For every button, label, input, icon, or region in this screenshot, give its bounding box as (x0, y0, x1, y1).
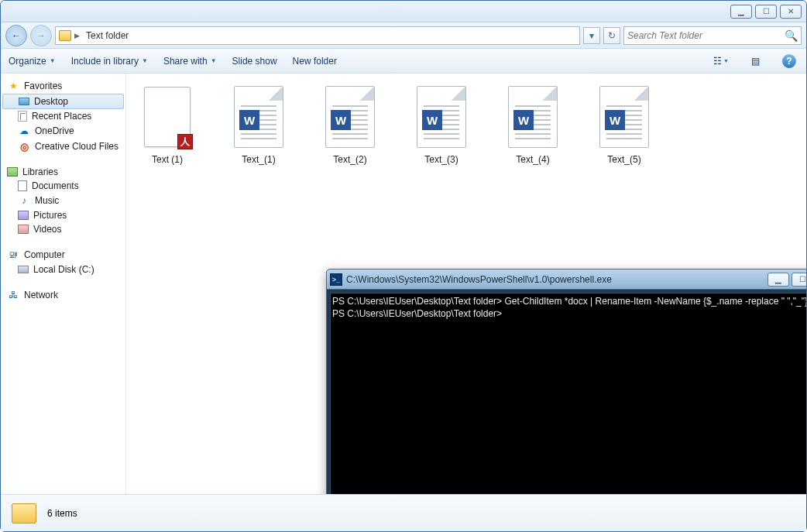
nav-creative-cloud[interactable]: ◎Creative Cloud Files (1, 139, 125, 154)
forward-button[interactable]: → (30, 25, 52, 46)
organize-label: Organize (9, 56, 46, 67)
nav-desktop[interactable]: Desktop (2, 94, 124, 109)
nav-music[interactable]: ♪Music (1, 193, 125, 208)
libraries-icon (7, 167, 18, 177)
file-list: 人Text (1)WText_(1)WText_(2)WText_(3)WTex… (126, 74, 806, 176)
nav-label: Favorites (24, 81, 62, 91)
breadcrumb-current[interactable]: Text folder (83, 30, 132, 41)
organize-menu[interactable]: Organize▼ (9, 56, 56, 67)
ps-maximize-button[interactable]: ☐ (792, 273, 806, 287)
nav-network[interactable]: 🖧Network (1, 287, 125, 303)
breadcrumb-sep-icon: ▶ (74, 31, 80, 39)
share-with-menu[interactable]: Share with▼ (163, 56, 217, 67)
word-icon: W (605, 110, 625, 130)
star-icon: ★ (7, 80, 19, 92)
file-item[interactable]: WText_(1) (224, 84, 294, 165)
nav-label: Network (24, 290, 58, 300)
nav-computer[interactable]: 🖳Computer (1, 247, 125, 263)
slideshow-button[interactable]: Slide show (232, 56, 277, 67)
documents-icon (18, 180, 27, 191)
powershell-output: PS C:\Users\IEUser\Desktop\Text folder> … (331, 293, 806, 321)
chevron-down-icon: ▼ (211, 57, 217, 64)
share-label: Share with (163, 56, 208, 67)
file-item[interactable]: WText_(2) (315, 84, 385, 165)
nav-onedrive[interactable]: ☁OneDrive (1, 123, 125, 139)
address-dropdown-button[interactable]: ▾ (583, 27, 600, 44)
word-icon: W (513, 110, 534, 130)
back-button[interactable]: ← (5, 25, 27, 46)
nav-pictures[interactable]: Pictures (1, 208, 125, 222)
docx-thumbnail: W (596, 84, 652, 149)
word-icon: W (331, 110, 351, 130)
nav-label: Local Disk (C:) (33, 264, 94, 275)
nav-favorites[interactable]: ★Favorites (1, 78, 125, 94)
powershell-title: C:\Windows\System32\WindowsPowerShell\v1… (346, 274, 764, 285)
file-item[interactable]: 人Text (1) (132, 84, 202, 165)
include-library-menu[interactable]: Include in library▼ (71, 56, 148, 67)
nav-label: Music (35, 195, 59, 206)
pictures-icon (18, 211, 29, 220)
docx-thumbnail: W (231, 84, 287, 149)
nav-label: Documents (32, 180, 79, 191)
nav-label: Computer (24, 249, 65, 260)
nav-label: Libraries (22, 166, 58, 177)
new-folder-button[interactable]: New folder (293, 56, 337, 67)
file-item[interactable]: WText_(4) (498, 84, 568, 165)
desktop-icon (19, 98, 29, 105)
network-icon: 🖧 (7, 289, 19, 301)
nav-libraries[interactable]: Libraries (1, 165, 125, 179)
word-icon: W (422, 110, 442, 130)
powershell-titlebar[interactable]: >_ C:\Windows\System32\WindowsPowerShell… (327, 269, 806, 290)
include-label: Include in library (71, 56, 139, 67)
recent-icon (18, 111, 27, 122)
status-bar: 6 items (1, 494, 806, 531)
search-box[interactable]: 🔍 (623, 26, 802, 45)
computer-icon: 🖳 (7, 249, 19, 261)
newfolder-label: New folder (293, 56, 337, 67)
ps-minimize-button[interactable]: ▁ (768, 273, 789, 287)
maximize-button[interactable]: ☐ (755, 5, 777, 19)
powershell-window[interactable]: >_ C:\Windows\System32\WindowsPowerShell… (326, 269, 806, 494)
cc-icon: ◎ (18, 140, 30, 153)
arrow-right-icon: → (36, 30, 46, 41)
content-pane[interactable]: 人Text (1)WText_(1)WText_(2)WText_(3)WTex… (126, 74, 806, 494)
pdf-icon: 人 (177, 134, 193, 149)
file-item[interactable]: WText_(5) (589, 84, 659, 165)
docx-thumbnail: W (505, 84, 561, 149)
pane-icon: ▤ (751, 56, 760, 67)
minimize-button[interactable]: ▁ (730, 5, 752, 19)
file-item[interactable]: WText_(3) (407, 84, 476, 165)
explorer-window: ▁ ☐ ✕ ← → ▶ Text folder ▾ ↻ 🔍 Organize▼ … (0, 0, 807, 532)
nav-label: Videos (33, 224, 61, 235)
powershell-icon: >_ (330, 273, 342, 286)
disk-icon (18, 266, 29, 273)
refresh-button[interactable]: ↻ (603, 27, 620, 44)
file-name: Text_(4) (516, 154, 549, 165)
nav-label: Desktop (34, 96, 68, 107)
preview-pane-button[interactable]: ▤ (746, 53, 764, 70)
window-titlebar: ▁ ☐ ✕ (1, 1, 806, 22)
videos-icon (18, 225, 29, 234)
nav-recent-places[interactable]: Recent Places (1, 109, 125, 123)
file-name: Text (1) (152, 154, 183, 165)
nav-label: Creative Cloud Files (35, 141, 118, 152)
powershell-body[interactable]: PS C:\Users\IEUser\Desktop\Text folder> … (330, 293, 806, 494)
command-bar: Organize▼ Include in library▼ Share with… (1, 49, 806, 74)
help-button[interactable]: ? (780, 53, 798, 70)
address-field[interactable]: ▶ Text folder (55, 26, 580, 45)
cloud-icon: ☁ (18, 125, 30, 137)
chevron-down-icon: ▼ (142, 57, 148, 64)
view-options-button[interactable]: ☷▼ (712, 53, 730, 70)
nav-videos[interactable]: Videos (1, 222, 125, 236)
file-name: Text_(5) (607, 154, 640, 165)
close-button[interactable]: ✕ (780, 5, 802, 19)
nav-label: Pictures (33, 210, 67, 221)
chevron-down-icon: ▼ (50, 57, 56, 64)
item-count: 6 items (47, 508, 77, 519)
nav-documents[interactable]: Documents (1, 179, 125, 193)
explorer-body: ★Favorites Desktop Recent Places ☁OneDri… (1, 74, 806, 494)
search-input[interactable] (627, 30, 785, 41)
file-name: Text_(1) (242, 154, 275, 165)
nav-label: OneDrive (35, 125, 74, 136)
nav-local-disk[interactable]: Local Disk (C:) (1, 263, 125, 276)
